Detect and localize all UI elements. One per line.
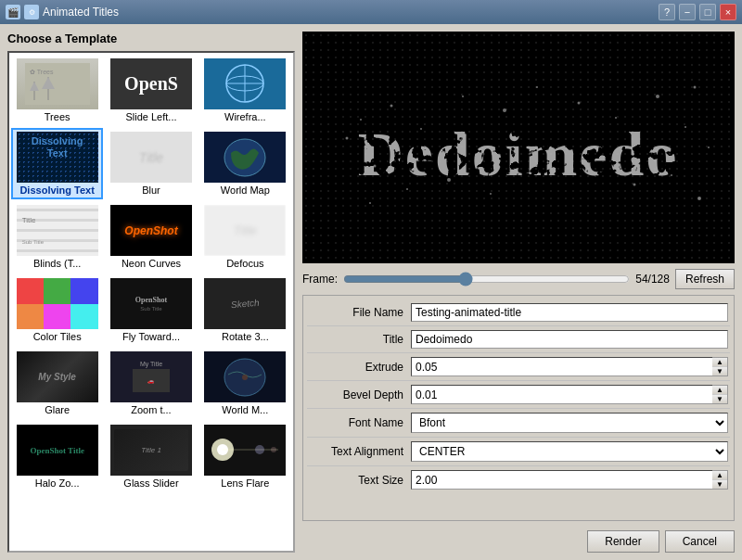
extrude-input[interactable] [411, 357, 712, 376]
template-item-halozo[interactable]: OpenShot Title Halo Zo... [11, 421, 103, 492]
template-item-lensflare[interactable]: Lens Flare [199, 421, 291, 492]
template-label-zoomt: Zoom t... [131, 404, 171, 415]
bevel-up-button[interactable]: ▲ [712, 386, 727, 395]
template-item-wireframe[interactable]: Wirefra... [199, 55, 291, 126]
svg-point-35 [447, 178, 451, 182]
template-label-worldmap: World Map [221, 185, 270, 196]
svg-point-34 [406, 188, 408, 190]
template-item-dissolving[interactable]: DissolvingText Dissolving Text [11, 128, 103, 199]
title-input[interactable] [411, 330, 728, 349]
refresh-button[interactable]: Refresh [675, 269, 735, 289]
bevel-input[interactable] [411, 385, 712, 404]
titlebar-left: 🎬 ⚙ Animated Titles [6, 5, 119, 19]
template-thumb-slideleft: OpenS [110, 58, 192, 109]
template-item-worldm[interactable]: World M... [199, 348, 291, 419]
template-thumb-rotate: Sketch [204, 278, 286, 329]
frame-label: Frame: [302, 273, 338, 286]
template-item-colortiles[interactable]: Color Tiles [11, 274, 103, 346]
svg-text:Dedoimedo: Dedoimedo [358, 119, 680, 189]
bevel-spinner-btns: ▲ ▼ [712, 385, 728, 404]
template-grid: ✿ Trees Trees OpenS [9, 53, 293, 494]
frame-slider[interactable] [343, 270, 630, 288]
template-thumb-zoomt: My Title 🚗 [110, 351, 192, 402]
template-label-lensflare: Lens Flare [221, 477, 269, 489]
template-label-colortiles: Color Tiles [33, 331, 82, 342]
template-label-wireframe: Wirefra... [224, 111, 266, 122]
svg-point-43 [694, 86, 697, 89]
help-button[interactable]: ? [659, 4, 675, 20]
svg-point-21 [271, 447, 276, 452]
form-row-fontname: Font Name Bfont Arial Helvetica [307, 409, 730, 438]
template-grid-container[interactable]: ✿ Trees Trees OpenS [7, 51, 295, 553]
template-item-neon[interactable]: OpenShot Neon Curves [105, 201, 197, 273]
render-button[interactable]: Render [587, 530, 659, 553]
window-title: Animated Titles [43, 6, 119, 19]
template-thumb-glare: My Style [17, 351, 98, 402]
template-thumb-lensflare [204, 425, 286, 476]
template-item-rotate[interactable]: Sketch Rotate 3... [199, 274, 291, 346]
preview-area: Dedoimedo [302, 32, 735, 263]
text-align-select-wrap: CENTER LEFT RIGHT [411, 441, 728, 462]
extrude-up-button[interactable]: ▲ [712, 358, 727, 367]
svg-point-28 [536, 86, 538, 88]
text-align-select[interactable]: CENTER LEFT RIGHT [411, 441, 728, 462]
template-label-dissolving: Dissolving Text [19, 185, 94, 196]
cancel-button[interactable]: Cancel [665, 530, 735, 553]
template-label-flytoward: Fly Toward... [122, 331, 180, 342]
form-row-bevel: Bevel Depth ▲ ▼ [307, 381, 730, 409]
template-thumb-glassslider: Title 1 [110, 425, 192, 476]
template-label-defocus: Defocus [226, 258, 263, 269]
template-item-blinds[interactable]: Title Sub Title [11, 201, 103, 273]
bottom-buttons: Render Cancel [302, 527, 735, 553]
file-name-input[interactable] [411, 303, 728, 322]
template-thumb-wireframe [204, 58, 286, 109]
svg-point-24 [390, 105, 393, 108]
template-item-defocus[interactable]: Title Defocus [199, 201, 291, 273]
font-name-select[interactable]: Bfont Arial Helvetica [411, 413, 728, 433]
form-row-title: Title [307, 326, 730, 353]
textsize-up-button[interactable]: ▲ [712, 471, 727, 480]
extrude-spinner: ▲ ▼ [411, 357, 728, 376]
svg-point-38 [671, 174, 672, 176]
textsize-spinner-btns: ▲ ▼ [712, 470, 728, 490]
form-row-filename: File Name [307, 299, 730, 326]
template-item-glassslider[interactable]: Title 1 Glass Slider [105, 421, 197, 492]
svg-point-42 [369, 202, 371, 204]
maximize-button[interactable]: □ [699, 4, 716, 20]
text-size-input[interactable] [411, 470, 712, 490]
bevel-down-button[interactable]: ▼ [712, 395, 727, 403]
template-label-slideleft: Slide Left... [125, 111, 176, 122]
svg-point-29 [578, 102, 581, 105]
textsize-down-button[interactable]: ▼ [712, 480, 727, 489]
close-button[interactable]: × [720, 4, 736, 20]
svg-point-33 [374, 165, 377, 168]
file-name-label: File Name [309, 306, 411, 319]
extrude-down-button[interactable]: ▼ [712, 367, 727, 375]
template-item-trees[interactable]: ✿ Trees Trees [11, 55, 103, 126]
form-row-textalign: Text Alignment CENTER LEFT RIGHT [307, 438, 730, 466]
template-thumb-blinds: Title Sub Title [17, 205, 98, 256]
svg-point-39 [697, 197, 701, 200]
minimize-button[interactable]: − [679, 4, 696, 20]
template-item-blur[interactable]: Title Blur [105, 128, 197, 199]
template-thumb-blur: Title [110, 132, 192, 183]
template-label-glare: Glare [45, 404, 70, 415]
menu-icon[interactable]: ⚙ [24, 5, 39, 19]
svg-point-36 [490, 193, 492, 195]
extrude-label: Extrude [309, 361, 411, 374]
panel-title: Choose a Template [7, 32, 295, 45]
svg-text:✿ Trees: ✿ Trees [30, 69, 54, 75]
template-item-flytoward[interactable]: OpenShot Sub Title Fly Toward... [105, 274, 197, 346]
right-panel: Dedoimedo Frame: [302, 32, 735, 553]
svg-point-37 [633, 184, 636, 186]
template-item-slideleft[interactable]: OpenS Slide Left... [105, 55, 197, 126]
template-item-worldmap[interactable]: World Map [199, 128, 291, 199]
textsize-spinner: ▲ ▼ [411, 470, 728, 490]
bevel-depth-label: Bevel Depth [309, 388, 411, 401]
titlebar-controls: ? − □ × [659, 4, 736, 20]
form-row-textsize: Text Size ▲ ▼ [307, 466, 730, 493]
template-item-zoomt[interactable]: My Title 🚗 Zoom t... [105, 348, 197, 419]
template-label-blinds: Blinds (T... [33, 258, 81, 269]
template-item-glare[interactable]: My Style Glare [11, 348, 103, 419]
template-thumb-neon: OpenShot [110, 205, 192, 256]
